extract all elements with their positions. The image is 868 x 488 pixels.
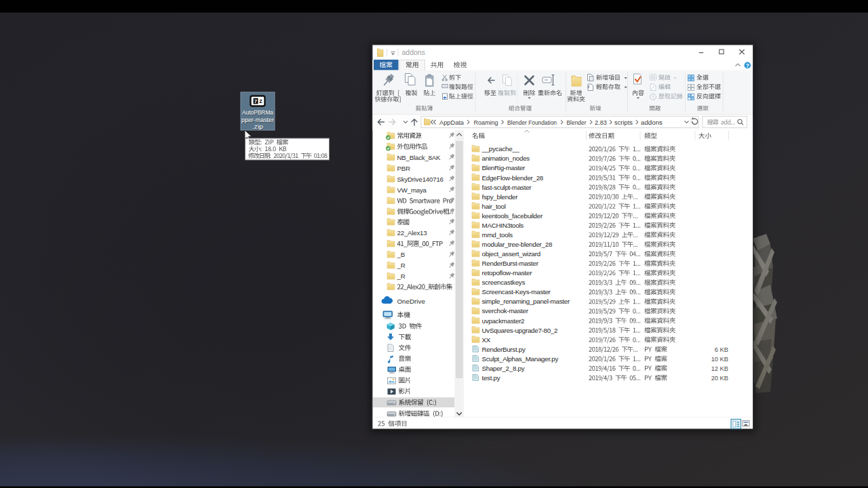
svg-text:uvpackmaster2: uvpackmaster2 [482,317,525,325]
svg-text:RenderBurst-master: RenderBurst-master [482,260,539,267]
svg-text:keentools_facebuilder: keentools_facebuilder [482,212,543,220]
svg-text:retopoflow-master: retopoflow-master [482,269,533,277]
svg-text:fast-sculpt-master: fast-sculpt-master [482,184,532,191]
svg-text:_R: _R [397,262,406,269]
svg-text:animation_nodes: animation_nodes [482,155,530,162]
svg-text:z: z [259,98,262,104]
svg-text:modular_tree-blender_28: modular_tree-blender_28 [482,241,553,248]
svg-text:XX: XX [482,336,491,344]
svg-text:SkyDrive140716: SkyDrive140716 [397,176,443,183]
svg-text:12 KB: 12 KB [711,365,728,372]
svg-text:screencastkeys: screencastkeys [482,279,526,286]
svg-text:?: ? [746,62,749,69]
svg-text:addons: addons [641,119,663,126]
svg-text:Shaper_2_8.py: Shaper_2_8.py [482,365,525,372]
svg-text:Sculpt_Alphas_Manager.py: Sculpt_Alphas_Manager.py [482,355,559,363]
svg-text:scripts: scripts [614,119,633,126]
svg-text:RenderBurst.py: RenderBurst.py [482,346,526,353]
svg-text:7: 7 [254,98,258,104]
svg-text:object_assert_wizard: object_assert_wizard [482,250,540,258]
svg-text:_R: _R [397,272,406,280]
svg-text:mmd_tools: mmd_tools [482,231,513,239]
svg-text:fspy_blender: fspy_blender [482,193,519,201]
svg-text:hair_tool: hair_tool [482,203,506,210]
svg-text:.zip: .zip [252,123,263,130]
svg-text:OneDrive: OneDrive [397,298,426,305]
svg-text:__pycache__: __pycache__ [481,145,520,152]
svg-text:BlenRig-master: BlenRig-master [482,164,526,171]
svg-text:MACHIN3tools: MACHIN3tools [482,222,524,229]
svg-text:Blender: Blender [567,119,587,126]
svg-text:test.py: test.py [482,374,500,382]
svg-text:UvSquares-upgrade7-80_2: UvSquares-upgrade7-80_2 [482,327,558,334]
svg-text:AppData: AppData [439,119,465,126]
svg-text:22_Alex13: 22_Alex13 [397,229,427,237]
svg-text:_B: _B [397,251,405,258]
svg-text:Screencast-Keys-master: Screencast-Keys-master [482,288,551,296]
svg-text:sverchok-master: sverchok-master [482,307,529,314]
svg-text:pper-master: pper-master [241,117,274,123]
svg-text:6 KB: 6 KB [715,346,728,353]
svg-text:EdgeFlow-blender_28: EdgeFlow-blender_28 [482,174,544,182]
svg-text:VW_maya: VW_maya [397,186,427,194]
svg-text:20 KB: 20 KB [711,375,728,382]
svg-text:2.83: 2.83 [595,119,607,126]
svg-text:PBR: PBR [397,165,411,172]
svg-text:Blender Foundation: Blender Foundation [507,119,557,126]
svg-text:10 KB: 10 KB [711,356,728,363]
svg-text:addons: addons [402,48,425,56]
svg-text:Roaming: Roaming [474,119,498,126]
svg-text:NB_Black_8AK: NB_Black_8AK [397,154,441,161]
svg-text:AutoPBRMa: AutoPBRMa [242,109,274,116]
svg-text:simple_renaming_panel-master: simple_renaming_panel-master [482,298,570,305]
